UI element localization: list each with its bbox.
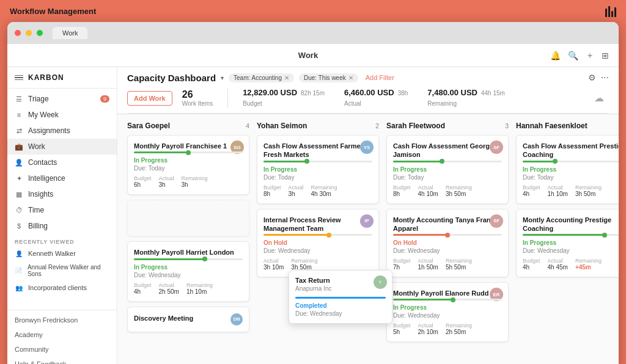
actual-lbl: Actual [159, 282, 179, 288]
hannah-card-2[interactable]: Montly Accounting Prestige Coaching HF I… [516, 209, 619, 278]
status-label: In Progress [134, 264, 243, 271]
work-label: Work [28, 142, 45, 151]
filter-chip-team[interactable]: Team: Accounting ✕ [229, 73, 294, 82]
hamburger-icon[interactable] [15, 75, 23, 81]
yohan-header: Yohan Seimon 2 [257, 122, 379, 130]
footer-community[interactable]: Community [7, 342, 117, 357]
remaining-lbl: Remaining [291, 258, 317, 264]
card-stats: Budget 4h Actual 4h 45m Remaining +45m [523, 258, 619, 271]
arrows-icon: ⇄ [15, 126, 23, 135]
sidebar-item-intelligence[interactable]: ✦ Intelligence [7, 170, 117, 186]
hannah-card-1[interactable]: Cash Flow Assessment Prestige Coaching H… [516, 135, 619, 204]
sidebar-item-triage[interactable]: ☰ Triage 9 [7, 91, 117, 107]
sidebar-item-insights[interactable]: ▦ Insights [7, 186, 117, 202]
stat-remaining: Remaining 3h 50m [446, 184, 472, 197]
column-hannah: Hannah Faesenkloet 2 Cash Flow Assessmen… [516, 122, 619, 282]
card-avatar: SF [490, 140, 503, 154]
add-filter-button[interactable]: Add Filter [363, 73, 397, 82]
remaining-lbl: Remaining [446, 258, 472, 264]
budget-val: 8h [393, 191, 411, 197]
card-avatar: IP [360, 214, 374, 228]
budget-val: 4h [523, 264, 540, 271]
progress-bar [263, 161, 372, 162]
inbox-icon: ☰ [15, 95, 23, 103]
recently-item-annual[interactable]: 📄 Annual Review Walker and Sons [7, 261, 117, 280]
browser-close-btn[interactable] [15, 30, 21, 36]
yohan-card-2[interactable]: Internal Process Review Management Team … [257, 209, 379, 278]
sarah-card-1[interactable]: Cash Flow Assessment George Jamison SF I… [386, 135, 509, 204]
card-title: Cash Flow Assessment George Jamison [393, 142, 502, 159]
tooltip-title: Tax Return [295, 277, 386, 284]
sidebar-item-contacts[interactable]: 👤 Contacts [7, 155, 117, 170]
stat-group-actual: 6,460.00 USD 38h Actual [344, 88, 408, 108]
budget-lbl: Budget [393, 258, 411, 264]
stat-group-budget: 12,829.00 USD 82h 15m Budget [243, 88, 325, 108]
browser-minimize-btn[interactable] [26, 30, 32, 36]
browser-maximize-btn[interactable] [37, 30, 43, 36]
billing-label: Billing [28, 222, 48, 230]
more-options-icon[interactable]: ··· [601, 72, 609, 83]
budget-val: 7h [393, 264, 411, 271]
status-label: In Progress [393, 166, 502, 173]
sidebar-item-myweek[interactable]: ≡ My Week [7, 107, 117, 123]
sara-count: 4 [246, 122, 249, 129]
grid-icon[interactable]: ⊞ [602, 51, 609, 60]
sidebar-item-billing[interactable]: $ Billing [7, 218, 117, 234]
browser-tab[interactable]: Work [53, 27, 87, 39]
progress-bar [393, 299, 502, 300]
progress-fill [263, 234, 329, 236]
filter-due-close[interactable]: ✕ [348, 75, 353, 81]
triage-badge: 9 [100, 95, 109, 103]
recently-item-kenneth[interactable]: 👤 Kenneth Walker [7, 246, 117, 261]
actual-lbl: Actual [548, 184, 568, 191]
sara-card-discovery[interactable]: Discovery Meeting DM [127, 307, 249, 332]
tooltip-progress-fill [295, 297, 386, 299]
search-icon[interactable]: 🔍 [568, 51, 578, 60]
sarah-header: Sarah Fleetwood 3 [386, 122, 509, 130]
filter-team-close[interactable]: ✕ [284, 75, 289, 81]
stat-budget: Budget 4h [523, 184, 540, 197]
remaining-val: 4h 30m [311, 191, 337, 197]
sidebar-item-time[interactable]: ⏱ Time [7, 202, 117, 218]
sara-card-2[interactable] [127, 200, 249, 236]
sarah-card-3[interactable]: Monthly Payroll Elanore Rudd ER In Progr… [386, 282, 509, 342]
sidebar-header: KARBON [7, 67, 117, 89]
bell-icon[interactable]: 🔔 [550, 51, 561, 60]
stat-remaining: Remaining 5h 50m [446, 258, 472, 271]
filter-chip-due[interactable]: Due: This week ✕ [299, 73, 358, 82]
sara-name: Sara Goepel [127, 122, 170, 130]
footer-help[interactable]: Help & Feedback [7, 357, 117, 364]
sarah-count: 3 [505, 122, 509, 129]
triage-label: Triage [28, 95, 49, 103]
tooltip-progress [295, 297, 386, 299]
footer-bronwyn[interactable]: Bronwyn Fredrickson [7, 313, 117, 327]
sidebar-item-assignments[interactable]: ⇄ Assignments [7, 123, 117, 139]
add-work-button[interactable]: Add Work [127, 91, 172, 106]
star-icon: ✦ [15, 174, 23, 183]
browser-chrome: Work Work 🔔 🔍 ＋ ⊞ [7, 22, 619, 364]
logo-bar-2 [608, 6, 610, 17]
footer-academy[interactable]: Academy [7, 327, 117, 342]
sidebar-item-work[interactable]: 💼 Work [7, 139, 117, 155]
yohan-card-1[interactable]: Cash Flow Assessment Farmer Fresh Market… [257, 135, 379, 204]
app-title: Workflow Management [10, 7, 96, 16]
budget-val: 6h [134, 181, 152, 188]
budget-time: 82h 15m [301, 90, 325, 96]
capacity-dropdown-arrow[interactable]: ▾ [221, 75, 224, 81]
due-label: Due: Wednesday [263, 247, 372, 254]
due-label: Due: Wednesday [393, 247, 502, 254]
budget-amount: 12,829.00 USD [243, 88, 297, 97]
assignments-label: Assignments [28, 126, 70, 135]
remaining-lbl: Remaining [182, 175, 208, 181]
sarah-card-2[interactable]: Montly Accounting Tanya Franks Apparel S… [386, 209, 509, 278]
plus-icon[interactable]: ＋ [586, 50, 594, 61]
stat-actual: Actual 1h 10m [548, 184, 568, 197]
budget-val: 8h [263, 191, 281, 197]
sara-card-1[interactable]: Monthly Payroll Franchisee 1 SG In Progr… [127, 135, 249, 195]
sara-card-monthly-harriet[interactable]: Monthly Payroll Harriet London In Progre… [127, 241, 249, 301]
filter-settings-icon[interactable]: ⚙ [588, 73, 596, 82]
recently-item-incorporated[interactable]: 👥 Incorporated clients [7, 280, 117, 295]
briefcase-icon: 💼 [15, 142, 23, 151]
progress-fill [393, 299, 453, 300]
progress-dot [553, 159, 558, 164]
